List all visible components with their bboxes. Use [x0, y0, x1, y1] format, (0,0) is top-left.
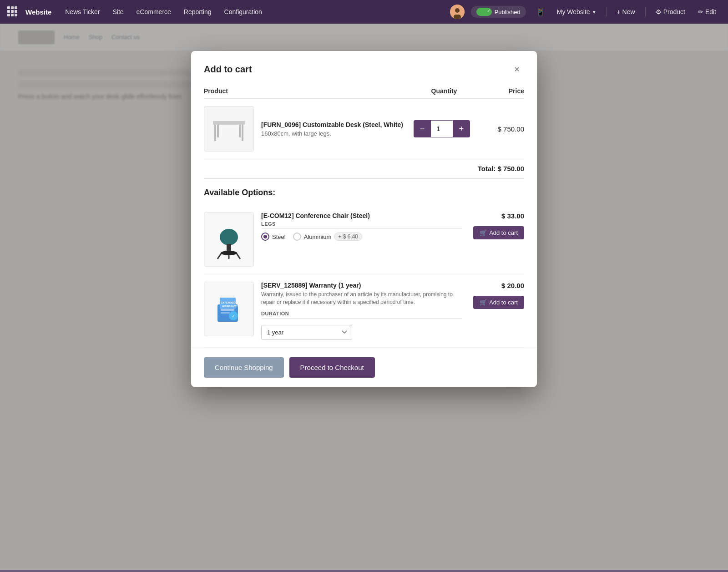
- close-button[interactable]: ×: [510, 62, 524, 76]
- modal-title: Add to cart: [204, 64, 252, 75]
- new-button[interactable]: + New: [612, 6, 640, 17]
- chair-details: [E-COM12] Conference Chair (Steel) LEGS …: [261, 212, 462, 241]
- legs-radio-group: Steel Aluminium + $ 6.40: [261, 233, 462, 241]
- product-button[interactable]: ⚙ Product: [651, 6, 690, 17]
- quantity-control: − +: [412, 120, 471, 137]
- chair-image: [204, 212, 254, 267]
- my-website-label: My Website: [557, 8, 590, 15]
- legs-steel-option[interactable]: Steel: [261, 233, 286, 241]
- steel-radio[interactable]: [261, 233, 269, 241]
- apps-grid-icon[interactable]: [7, 6, 18, 17]
- svg-point-1: [455, 8, 460, 13]
- cart-total: Total: $ 750.00: [204, 159, 524, 179]
- product-image: [204, 106, 254, 152]
- nav-configuration[interactable]: Configuration: [220, 6, 267, 17]
- option-row-chair: [E-COM12] Conference Chair (Steel) LEGS …: [204, 205, 524, 274]
- duration-label: DURATION: [261, 311, 462, 319]
- modal-header: Add to cart ×: [191, 51, 537, 84]
- aluminium-price-delta: + $ 6.40: [334, 233, 362, 241]
- warranty-option-right: $ 20.00 🛒 Add to cart: [470, 282, 524, 309]
- product-name: [FURN_0096] Customizable Desk (Steel, Wh…: [261, 121, 403, 128]
- warranty-add-to-cart-button[interactable]: 🛒 Add to cart: [473, 296, 524, 309]
- svg-text:✓: ✓: [232, 314, 235, 319]
- col-product: Product: [204, 87, 410, 95]
- published-label: Published: [495, 9, 521, 15]
- options-title: Available Options:: [204, 188, 524, 197]
- quantity-decrease-button[interactable]: −: [414, 120, 431, 137]
- svg-line-11: [217, 253, 221, 259]
- brand-label[interactable]: Website: [25, 8, 51, 16]
- pencil-icon: ✏: [698, 8, 703, 15]
- svg-rect-4: [214, 125, 216, 141]
- product-description: 160x80cm, with large legs.: [261, 130, 403, 137]
- nav-reporting[interactable]: Reporting: [179, 6, 216, 17]
- chair-option-right: $ 33.00 🛒 Add to cart: [470, 212, 524, 239]
- separator2: [645, 7, 646, 16]
- gear-icon: ⚙: [656, 8, 662, 15]
- svg-rect-6: [217, 125, 219, 137]
- col-quantity: Quantity: [417, 87, 471, 95]
- cart-row: [FURN_0096] Customizable Desk (Steel, Wh…: [204, 99, 524, 159]
- option-row-warranty: EXTENDED WARRANTY ✓ [SERV_125889] Warran…: [204, 274, 524, 348]
- chair-price: $ 33.00: [501, 212, 524, 220]
- user-avatar[interactable]: [450, 5, 465, 19]
- quantity-input[interactable]: [431, 120, 453, 137]
- warranty-price: $ 20.00: [501, 282, 524, 289]
- aluminium-label: Aluminium: [304, 233, 332, 240]
- cart-icon-2: 🛒: [480, 299, 487, 306]
- col-price: Price: [479, 87, 524, 95]
- legs-label: LEGS: [261, 221, 462, 229]
- svg-line-12: [237, 253, 240, 259]
- published-toggle[interactable]: [476, 8, 492, 16]
- warranty-description: Warranty, issued to the purchaser of an …: [261, 291, 462, 306]
- mobile-icon[interactable]: 📱: [532, 6, 549, 18]
- cart-item-price: $ 750.00: [479, 125, 524, 133]
- modal-container: Add to cart × Product Quantity Price: [191, 51, 537, 387]
- aluminium-radio[interactable]: [293, 233, 301, 241]
- duration-select[interactable]: 1 year 2 years 3 years: [261, 325, 352, 340]
- warranty-name: [SERV_125889] Warranty (1 year): [261, 282, 462, 289]
- warranty-details: [SERV_125889] Warranty (1 year) Warranty…: [261, 282, 462, 340]
- website-background: Home Shop Contact us Add to cart × Produ…: [0, 24, 728, 570]
- svg-rect-2: [454, 15, 461, 19]
- cart-product: [FURN_0096] Customizable Desk (Steel, Wh…: [204, 106, 405, 152]
- edit-button[interactable]: ✏ Edit: [693, 6, 721, 17]
- product-info: [FURN_0096] Customizable Desk (Steel, Wh…: [261, 121, 403, 137]
- warranty-image: EXTENDED WARRANTY ✓: [204, 282, 254, 336]
- quantity-increase-button[interactable]: +: [453, 120, 470, 137]
- legs-aluminium-option[interactable]: Aluminium + $ 6.40: [293, 233, 362, 241]
- available-options: Available Options: [: [191, 179, 537, 348]
- svg-text:WARRANTY: WARRANTY: [222, 305, 238, 308]
- modal-footer: Continue Shopping Proceed to Checkout: [191, 348, 537, 387]
- continue-shopping-button[interactable]: Continue Shopping: [204, 357, 284, 378]
- proceed-to-checkout-button[interactable]: Proceed to Checkout: [289, 357, 375, 378]
- svg-rect-5: [242, 125, 243, 141]
- my-website-menu[interactable]: My Website ▼: [552, 6, 601, 17]
- nav-site[interactable]: Site: [108, 6, 128, 17]
- separator: [607, 7, 607, 16]
- total-value: $ 750.00: [498, 165, 524, 172]
- chair-name: [E-COM12] Conference Chair (Steel): [261, 212, 462, 219]
- svg-rect-7: [239, 125, 241, 137]
- cart-table: Product Quantity Price: [191, 84, 537, 179]
- chair-add-to-cart-button[interactable]: 🛒 Add to cart: [473, 226, 524, 239]
- topbar: Website News Ticker Site eCommerce Repor…: [0, 0, 728, 24]
- table-header: Product Quantity Price: [204, 84, 524, 99]
- svg-rect-18: [221, 309, 234, 311]
- add-to-cart-modal: Add to cart × Product Quantity Price: [191, 51, 537, 387]
- cart-icon: 🛒: [480, 229, 487, 236]
- svg-text:EXTENDED: EXTENDED: [221, 301, 236, 304]
- steel-label: Steel: [272, 233, 286, 240]
- published-badge[interactable]: Published: [471, 6, 526, 18]
- svg-point-10: [221, 251, 237, 255]
- svg-rect-19: [221, 312, 230, 314]
- nav-news-ticker[interactable]: News Ticker: [61, 6, 104, 17]
- svg-point-8: [220, 229, 238, 245]
- svg-rect-3: [213, 121, 245, 125]
- total-label: Total:: [478, 165, 496, 172]
- chevron-down-icon: ▼: [592, 10, 597, 15]
- nav-ecommerce[interactable]: eCommerce: [132, 6, 176, 17]
